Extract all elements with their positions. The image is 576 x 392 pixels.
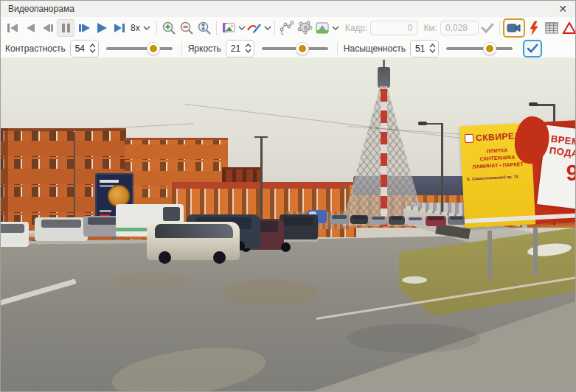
main-toolbar: 8x L S Кадр: bbox=[1, 17, 575, 39]
measure-area-icon: S bbox=[296, 20, 313, 36]
slider-handle[interactable] bbox=[147, 42, 160, 55]
dirt-patch bbox=[222, 279, 318, 306]
km-label: Км: bbox=[423, 23, 437, 33]
vehicle bbox=[426, 216, 446, 226]
play-button[interactable] bbox=[92, 19, 110, 37]
title-bar: Видеопанорама ✕ bbox=[1, 1, 575, 17]
warning-triangle-button[interactable] bbox=[561, 19, 576, 37]
apply-check-button[interactable] bbox=[479, 19, 496, 37]
contrast-value: 54 bbox=[75, 43, 87, 54]
zoom-level-combo[interactable]: 8x bbox=[128, 19, 153, 37]
step-back-icon bbox=[41, 21, 55, 35]
contrast-spinner[interactable]: 54 bbox=[70, 40, 99, 57]
svg-text:L: L bbox=[281, 30, 284, 35]
slider-handle[interactable] bbox=[296, 42, 309, 55]
tv-tower-red-stripe bbox=[381, 89, 387, 226]
zoom-fit-button[interactable] bbox=[195, 19, 213, 37]
prev-frame-button[interactable] bbox=[21, 19, 39, 37]
street-lamp-crossarm bbox=[254, 136, 268, 138]
street-lamp-head bbox=[418, 122, 427, 125]
saturation-value: 51 bbox=[415, 43, 427, 54]
close-button[interactable]: ✕ bbox=[550, 1, 575, 17]
video-camera-icon bbox=[507, 22, 521, 34]
draw-curve-button[interactable] bbox=[246, 19, 263, 37]
billboard-leg bbox=[533, 228, 538, 276]
saturation-slider[interactable] bbox=[446, 41, 513, 56]
saturation-spinner[interactable]: 51 bbox=[410, 40, 439, 57]
km-input[interactable] bbox=[440, 21, 479, 35]
separator bbox=[216, 21, 217, 35]
vehicle bbox=[147, 222, 240, 260]
pizza-sign-text-blur bbox=[100, 210, 111, 212]
brightness-value: 21 bbox=[231, 43, 243, 54]
step-forward-button[interactable] bbox=[74, 19, 92, 37]
frame-input[interactable] bbox=[370, 21, 417, 35]
separator bbox=[499, 21, 500, 35]
zoom-in-icon bbox=[162, 21, 176, 35]
billboard-address: Б. Сампсониевский пр. 74 bbox=[467, 174, 524, 181]
table-button[interactable] bbox=[543, 19, 561, 37]
adjustments-toolbar: Контрастность 54 Яркость 21 Насыщенность… bbox=[1, 39, 575, 58]
street-lamp-head bbox=[529, 102, 538, 106]
brightness-slider[interactable] bbox=[262, 41, 328, 56]
tv-tower-cap bbox=[378, 67, 390, 88]
spinner-arrows-icon[interactable] bbox=[245, 43, 251, 53]
dirt-patch bbox=[111, 272, 192, 291]
spinner-arrows-icon[interactable] bbox=[429, 43, 436, 53]
lightning-button[interactable] bbox=[525, 19, 543, 37]
checkbox-check-icon bbox=[527, 43, 538, 54]
vehicle bbox=[1, 222, 29, 247]
street-lamp-pole bbox=[260, 138, 263, 231]
spinner-arrows-icon[interactable] bbox=[89, 43, 96, 53]
measure-area-button[interactable]: S bbox=[296, 19, 313, 37]
go-first-icon bbox=[5, 21, 20, 35]
contrast-label: Контрастность bbox=[5, 43, 66, 54]
skvirel-logo-icon bbox=[465, 134, 474, 144]
step-forward-icon bbox=[76, 21, 91, 35]
zoom-out-button[interactable] bbox=[178, 19, 195, 37]
zoom-level-value: 8x bbox=[131, 23, 140, 33]
skvirel-billboard: СКВИРЕЛ ПЛИТКА САНТЕХНИКА ЛАМИНАТ • ПАРК… bbox=[459, 120, 575, 237]
image-layers-button[interactable] bbox=[220, 19, 237, 37]
measure-length-icon: L bbox=[279, 20, 295, 36]
billboard-face: СКВИРЕЛ ПЛИТКА САНТЕХНИКА ЛАМИНАТ • ПАРК… bbox=[459, 120, 575, 228]
vehicle bbox=[369, 216, 387, 225]
adjustments-enabled-checkbox[interactable] bbox=[523, 40, 542, 57]
draw-curve-icon bbox=[246, 21, 263, 35]
vehicle bbox=[389, 216, 405, 225]
separator bbox=[156, 21, 157, 35]
slider-handle[interactable] bbox=[483, 42, 496, 55]
brightness-spinner[interactable]: 21 bbox=[226, 40, 254, 57]
contrast-slider[interactable] bbox=[106, 41, 173, 56]
play-icon bbox=[94, 21, 108, 35]
promo-number: 9 bbox=[566, 161, 575, 186]
chevron-down-icon[interactable] bbox=[332, 25, 339, 31]
vehicle bbox=[448, 216, 465, 225]
step-back-button[interactable] bbox=[39, 19, 57, 37]
video-panorama-window: Видеопанорама ✕ 8x bbox=[0, 0, 576, 392]
go-first-button[interactable] bbox=[4, 19, 21, 37]
billboard-leg bbox=[487, 231, 492, 279]
go-last-icon bbox=[111, 21, 126, 35]
measure-length-button[interactable]: L bbox=[278, 19, 296, 37]
chevron-down-icon[interactable] bbox=[238, 25, 246, 31]
saturation-label: Насыщенность bbox=[344, 43, 406, 54]
separator bbox=[181, 42, 182, 55]
slider-track bbox=[106, 47, 173, 50]
zoom-in-button[interactable] bbox=[160, 19, 178, 37]
zoom-out-icon bbox=[179, 21, 194, 35]
vehicle bbox=[35, 217, 88, 241]
go-last-button[interactable] bbox=[110, 19, 128, 37]
pause-button[interactable] bbox=[57, 19, 74, 37]
pizza-sign-text-blur bbox=[100, 180, 119, 183]
asphalt-dark-patch bbox=[347, 323, 480, 353]
chevron-down-icon[interactable] bbox=[264, 25, 271, 31]
panorama-view-button[interactable] bbox=[313, 19, 331, 37]
window-title: Видеопанорама bbox=[1, 4, 550, 14]
chevron-down-icon bbox=[143, 25, 150, 31]
pause-icon bbox=[58, 21, 73, 35]
image-layers-icon bbox=[221, 21, 237, 35]
panorama-photo-viewport[interactable]: СКВИРЕЛ ПЛИТКА САНТЕХНИКА ЛАМИНАТ • ПАРК… bbox=[1, 58, 575, 392]
svg-text:S: S bbox=[304, 25, 308, 30]
video-camera-button[interactable] bbox=[503, 18, 525, 38]
